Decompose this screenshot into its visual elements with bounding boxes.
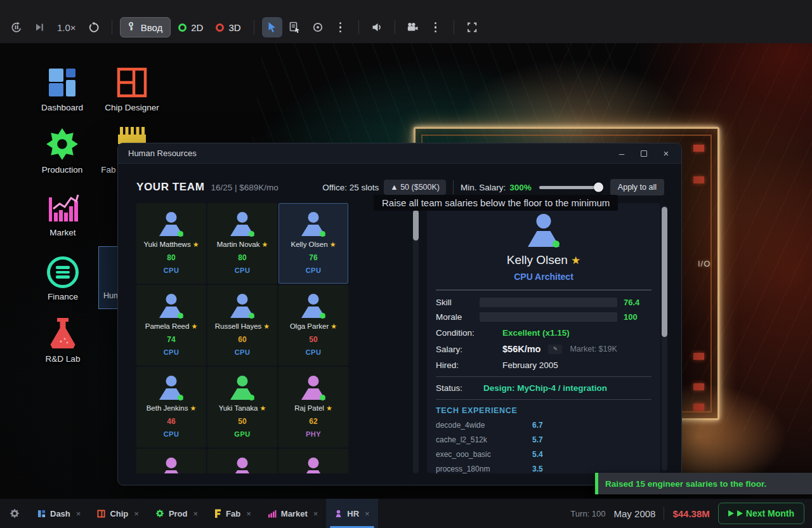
person-icon — [526, 214, 561, 247]
desktop-icon-chip-designer[interactable]: Chip Designer — [102, 63, 162, 112]
target-icon[interactable] — [308, 17, 328, 37]
more-options-icon[interactable] — [426, 17, 446, 37]
member-name: Kelly Olsen★ — [291, 241, 336, 249]
taskbar-tab-hr[interactable]: HR× — [326, 499, 377, 528]
tab-close-icon[interactable]: × — [193, 509, 199, 518]
edit-salary-icon[interactable]: ✎ — [548, 345, 562, 354]
inspect-panel-icon[interactable] — [285, 17, 305, 37]
dash-tab-icon — [37, 510, 46, 518]
member-name: Russell Hayes★ — [215, 322, 270, 331]
desktop-icon-finance[interactable]: Finance — [32, 253, 93, 301]
hr-tab-icon — [334, 510, 343, 518]
more-options-icon[interactable] — [331, 17, 351, 37]
speaker-icon[interactable] — [367, 17, 387, 37]
star-icon: ★ — [261, 241, 268, 248]
tab-close-icon[interactable]: × — [313, 509, 318, 518]
hired-row: Hired: February 2005 — [436, 360, 652, 370]
pause-resume-icon[interactable] — [6, 17, 27, 37]
morale-row: Morale 100 — [436, 312, 652, 322]
tab-close-icon[interactable]: × — [134, 509, 139, 518]
tech-row: decode_4wide6.7 — [436, 421, 652, 430]
team-card[interactable]: Olga Parker★50CPU — [278, 285, 348, 366]
maximize-icon[interactable] — [639, 148, 649, 159]
office-slots-label: Office: 25 slots — [322, 183, 379, 192]
settings-gear-icon[interactable] — [0, 499, 29, 528]
toast-message: Raised 15 engineer salaries to the floor… — [605, 479, 766, 489]
chip-io-label: I/O — [698, 259, 710, 268]
member-name: Martin Novak★ — [217, 241, 268, 249]
team-card-partial[interactable] — [207, 449, 277, 473]
team-card-partial[interactable] — [278, 449, 348, 473]
person-icon — [300, 458, 327, 473]
team-card[interactable]: Beth Jenkins★46CPU — [136, 367, 206, 447]
camera-icon[interactable] — [403, 17, 423, 37]
tech-row: process_180nm3.5 — [436, 465, 652, 473]
next-month-button[interactable]: Next Month — [718, 503, 804, 524]
person-icon — [229, 212, 256, 236]
taskbar-tab-prod[interactable]: Prod× — [147, 499, 206, 528]
office-upgrade-button[interactable]: ▲ 50 ($500K) — [384, 180, 446, 195]
close-icon[interactable]: × — [661, 148, 671, 159]
desktop-icon-market[interactable]: Market — [32, 188, 93, 237]
window-titlebar[interactable]: Human Resources – × — [118, 143, 681, 164]
finance-icon — [32, 253, 93, 288]
member-morale: 46 — [167, 417, 175, 426]
reset-icon[interactable] — [84, 17, 104, 37]
desktop-icon-human-resources[interactable]: Hum — [98, 246, 120, 309]
team-card[interactable]: Russell Hayes★60CPU — [207, 285, 277, 366]
turn-counter: Turn: 100 — [570, 509, 605, 518]
taskbar-tab-fab[interactable]: Fab× — [206, 499, 259, 528]
notification-toast: Raised 15 engineer salaries to the floor… — [595, 473, 812, 494]
member-morale: 76 — [309, 253, 317, 262]
fullscreen-icon[interactable] — [462, 17, 482, 37]
window-title: Human Resources — [128, 148, 197, 158]
team-card[interactable]: Raj Patel★62PHY — [278, 367, 348, 447]
condition-row: Condition: Excellent (x1.15) — [436, 328, 652, 338]
desktop-icon-rd-lab[interactable]: R&D Lab — [32, 315, 93, 364]
status-row: Status: Design: MyChip-4 / integration — [436, 383, 652, 393]
input-mode-button[interactable]: Ввод — [120, 17, 171, 37]
tab-close-icon[interactable]: × — [76, 509, 81, 518]
solder-pad — [693, 145, 704, 152]
tech-row: cache_l2_512k5.7 — [436, 435, 652, 444]
taskbar-tab-market[interactable]: Market× — [259, 499, 327, 528]
member-name: Yuki Tanaka★ — [219, 404, 266, 412]
taskbar-tab-chip[interactable]: Chip× — [89, 499, 147, 528]
team-card[interactable]: Yuki Tanaka★50GPU — [207, 367, 277, 447]
flask-icon — [32, 315, 93, 350]
team-card[interactable]: Kelly Olsen★76CPU — [278, 203, 348, 284]
team-card[interactable]: Martin Novak★80CPU — [207, 203, 277, 284]
desktop-icon-dashboard[interactable]: Dashboard — [32, 63, 93, 112]
mode-3d-toggle[interactable]: 3D — [211, 22, 246, 33]
person-icon — [158, 294, 185, 318]
tech-list: decode_4wide6.7cache_l2_512k5.7exec_ooo_… — [436, 421, 652, 473]
member-role: CPU — [164, 430, 180, 438]
tech-experience-title: TECH EXPERIENCE — [436, 406, 652, 415]
member-role: CPU — [164, 348, 180, 356]
min-salary-slider-thumb[interactable] — [594, 183, 603, 192]
tech-row: exec_ooo_basic5.4 — [436, 450, 652, 459]
apply-to-all-button[interactable]: Apply to all — [610, 179, 664, 195]
market-tab-icon — [268, 510, 277, 518]
team-card[interactable]: Yuki Matthews★80CPU — [136, 203, 206, 284]
key-icon — [126, 21, 136, 34]
team-card[interactable]: Pamela Reed★74CPU — [136, 285, 206, 366]
team-grid-scrollbar[interactable] — [413, 203, 419, 473]
member-morale: 50 — [238, 417, 246, 426]
member-role: CPU — [164, 267, 180, 274]
top-toolbar: 1.0× Ввод 2D 3D — [0, 0, 812, 43]
mode-2d-toggle[interactable]: 2D — [173, 22, 208, 33]
person-icon — [229, 294, 256, 318]
game-speed[interactable]: 1.0× — [52, 22, 81, 33]
tab-close-icon[interactable]: × — [365, 509, 370, 518]
team-stats: 16/25 | $689K/mo — [211, 183, 278, 192]
detail-scrollbar[interactable] — [662, 206, 667, 471]
taskbar-tab-dash[interactable]: Dash× — [29, 499, 89, 528]
team-card-partial[interactable] — [136, 449, 206, 473]
skill-row: Skill 76.4 — [436, 297, 652, 307]
min-salary-slider[interactable] — [539, 186, 603, 189]
step-forward-icon[interactable] — [29, 17, 49, 37]
minimize-icon[interactable]: – — [617, 148, 627, 159]
tab-close-icon[interactable]: × — [246, 509, 251, 518]
cursor-tool-button[interactable] — [262, 17, 282, 37]
